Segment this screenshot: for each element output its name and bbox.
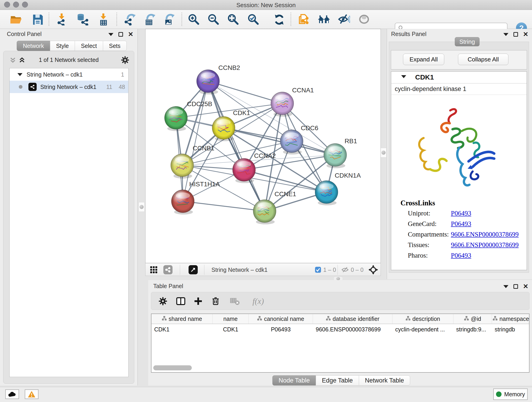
show-all-icon[interactable]	[357, 13, 371, 26]
float-panel-icon[interactable]	[503, 33, 508, 36]
edge-CCNB2-CCNE1[interactable]	[208, 81, 265, 211]
tab-network[interactable]: Network	[17, 41, 50, 51]
horizontal-scrollbar[interactable]	[153, 365, 192, 370]
node-label-RB1: RB1	[345, 138, 357, 145]
collapse-gene-icon[interactable]	[401, 75, 406, 78]
node-table[interactable]: shared namenamecanonical namedatabase id…	[151, 313, 530, 373]
save-session-icon[interactable]	[31, 13, 44, 26]
edge-CCNB2-CCNA1[interactable]	[208, 81, 282, 103]
import-table-file-icon[interactable]	[97, 13, 110, 26]
tab-edge-table[interactable]: Edge Table	[316, 375, 359, 385]
new-network-from-selection-icon[interactable]	[298, 13, 311, 26]
network-row[interactable]: String Network – cdk1 11 48	[10, 81, 128, 93]
import-network-database-icon[interactable]	[76, 13, 89, 26]
string-network-graph[interactable]: CCNB2 CCNA1 CDC25B CDK1 CDC6	[146, 29, 380, 263]
crosslink-link[interactable]: 9606.ENSP00000378699	[451, 230, 519, 238]
table-cell[interactable]: 9606.ENSP00000378699	[313, 324, 393, 335]
open-in-new-window-icon[interactable]	[189, 265, 198, 274]
left-splitter-handle[interactable]	[139, 202, 145, 212]
refresh-icon[interactable]	[272, 13, 285, 26]
column-header-name[interactable]: name	[213, 314, 249, 324]
table-row[interactable]: CDK1CDK1P064939606.ENSP00000378699cyclin…	[152, 324, 529, 335]
memory-button[interactable]: Memory	[493, 389, 528, 400]
tab-select[interactable]: Select	[75, 41, 103, 51]
table-cell[interactable]: stringdb	[492, 324, 530, 335]
maximize-panel-icon[interactable]	[513, 284, 518, 289]
close-panel-icon[interactable]: ✕	[523, 32, 528, 37]
first-neighbors-icon[interactable]	[317, 13, 330, 26]
table-cell[interactable]: CDK1	[152, 324, 213, 335]
main-toolbar: ?	[0, 10, 532, 29]
column-header-shared-name[interactable]: shared name	[152, 314, 213, 324]
table-cell[interactable]: cyclin-dependent ...	[393, 324, 453, 335]
table-cell[interactable]: stringdb:9...	[453, 324, 492, 335]
cloud-button[interactable]	[5, 389, 19, 399]
table-cell[interactable]: P06493	[249, 324, 313, 335]
node-CCNB2[interactable]: CCNB2	[196, 64, 240, 95]
float-panel-icon[interactable]	[108, 33, 114, 36]
node-CCNB1[interactable]: CCNB1	[171, 145, 215, 179]
column-header-namespace[interactable]: namespace	[492, 314, 530, 324]
node-CCNA1[interactable]: CCNA1	[271, 87, 314, 117]
zoom-fit-content-icon[interactable]	[226, 13, 240, 26]
column-header-canonical-name[interactable]: canonical name	[249, 314, 313, 324]
node-CCNE1[interactable]: CCNE1	[253, 191, 296, 224]
collapse-all-button[interactable]: Collapse All	[458, 54, 508, 65]
network-collection-row[interactable]: String Network – cdk1 1	[10, 68, 128, 81]
crosslink-label: GeneCard:	[408, 220, 437, 228]
node-CDC25B[interactable]: CDC25B	[165, 100, 212, 131]
node-CDKN1A[interactable]: CDKN1A	[315, 172, 361, 205]
collapse-collection-icon[interactable]	[17, 73, 22, 76]
delete-column-trash-icon[interactable]	[210, 295, 221, 307]
crosslink-link[interactable]: P06493	[451, 252, 471, 259]
export-image-icon[interactable]	[162, 13, 175, 26]
delete-table-icon	[229, 295, 241, 307]
right-splitter-handle[interactable]	[380, 148, 386, 157]
tab-network-table[interactable]: Network Table	[359, 375, 410, 385]
edge-CDK1-RB1[interactable]	[224, 128, 335, 155]
open-session-icon[interactable]	[9, 13, 22, 26]
network-options-gear-icon[interactable]	[120, 55, 130, 66]
import-network-file-icon[interactable]	[55, 13, 68, 26]
crosslink-link[interactable]: P06493	[451, 210, 471, 217]
tab-node-table[interactable]: Node Table	[272, 375, 316, 385]
network-overview-share-icon[interactable]	[163, 265, 172, 274]
birdseye-grid-icon[interactable]	[149, 265, 158, 274]
column-header-description[interactable]: description	[393, 314, 453, 324]
show-columns-icon[interactable]	[175, 295, 186, 307]
edge-HIST1H1A-CCNE1[interactable]	[183, 201, 265, 211]
network-tab-body: 1 of 1 Network selected String Network –…	[3, 51, 134, 384]
zoom-selected-icon[interactable]	[247, 13, 260, 26]
maximize-panel-icon[interactable]	[119, 32, 123, 37]
node-CDK1[interactable]: CDK1	[212, 109, 250, 141]
hide-selected-icon[interactable]	[337, 13, 351, 26]
crosslink-row: Compartments: 9606.ENSP00000378699	[391, 228, 527, 239]
network-canvas[interactable]: CCNB2 CCNA1 CDC25B CDK1 CDC6	[145, 29, 381, 263]
float-panel-icon[interactable]	[503, 285, 508, 288]
table-cell[interactable]: CDK1	[213, 324, 249, 335]
expand-all-button[interactable]: Expand All	[403, 54, 444, 65]
crosslink-link[interactable]: P06493	[451, 220, 471, 228]
fit-selected-crosshair-icon[interactable]	[368, 265, 378, 274]
network-view-toolbar: String Network – cdk1 1 – 0 0 – 0	[145, 263, 381, 276]
selected-nodes-checkbox[interactable]	[315, 265, 322, 274]
export-table-icon[interactable]	[143, 13, 156, 26]
tab-style[interactable]: Style	[50, 41, 75, 51]
network-label: String Network – cdk1	[40, 84, 96, 90]
node-HIST1H1A[interactable]: HIST1H1A	[171, 181, 220, 215]
close-panel-icon[interactable]: ✕	[128, 32, 133, 37]
table-options-gear-icon[interactable]	[157, 295, 169, 307]
column-header-database-identifier[interactable]: database identifier	[313, 314, 393, 324]
zoom-in-icon[interactable]	[187, 13, 200, 26]
tab-sets[interactable]: Sets	[103, 41, 127, 51]
crosslink-link[interactable]: 9606.ENSP00000378699	[451, 241, 519, 249]
warnings-button[interactable]	[25, 389, 38, 399]
node-RB1[interactable]: RB1	[324, 138, 357, 168]
maximize-panel-icon[interactable]	[513, 32, 518, 37]
zoom-out-icon[interactable]	[207, 13, 220, 26]
export-network-icon[interactable]	[123, 13, 136, 26]
close-panel-icon[interactable]: ✕	[523, 284, 528, 289]
tab-string[interactable]: String	[455, 37, 480, 46]
column-header-@id[interactable]: @id	[453, 314, 492, 324]
create-column-plus-icon[interactable]	[192, 295, 204, 307]
